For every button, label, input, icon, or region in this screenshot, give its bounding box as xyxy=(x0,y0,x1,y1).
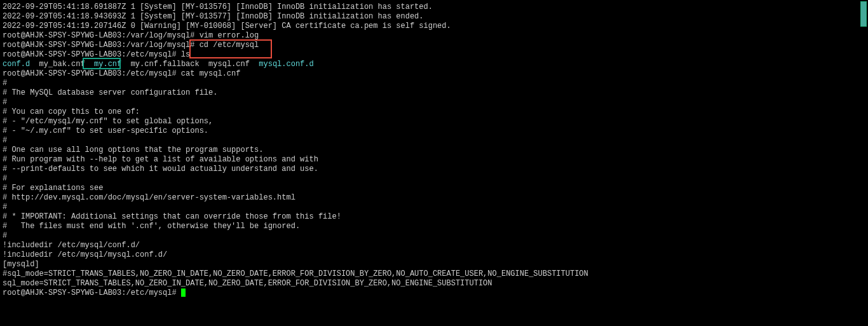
terminal-line: conf.d my_bak.cnf my.cnf my.cnf.fallback… xyxy=(3,60,865,69)
terminal-line: 2022-09-29T05:41:18.943693Z 1 [System] [… xyxy=(3,12,865,22)
terminal-output[interactable]: 2022-09-29T05:41:18.691887Z 1 [System] [… xyxy=(3,3,865,298)
terminal-line: # * IMPORTANT: Additional settings that … xyxy=(3,212,865,222)
terminal-line: !includedir /etc/mysql/mysql.conf.d/ xyxy=(3,250,865,260)
terminal-line: # The files must end with '.cnf', otherw… xyxy=(3,222,865,231)
terminal-line: # http://dev.mysql.com/doc/mysql/en/serv… xyxy=(3,193,865,203)
terminal-line: # Run program with --help to get a list … xyxy=(3,155,865,165)
terminal-line: # One can use all long options that the … xyxy=(3,146,865,155)
terminal-line: # xyxy=(3,203,865,212)
scrollbar-thumb[interactable] xyxy=(860,1,867,27)
terminal-line: 2022-09-29T05:41:19.207146Z 0 [Warning] … xyxy=(3,22,865,31)
directory-name: conf.d xyxy=(3,60,30,69)
terminal-line: # The MySQL database server configuratio… xyxy=(3,88,865,98)
terminal-line: root@AHJK-SPSY-SPYWG-LAB03:/var/log/mysq… xyxy=(3,31,865,41)
terminal-line: # You can copy this to one of: xyxy=(3,107,865,117)
terminal-line: 2022-09-29T05:41:18.691887Z 1 [System] [… xyxy=(3,3,865,12)
terminal-line: root@AHJK-SPSY-SPYWG-LAB03:/etc/mysql# c… xyxy=(3,69,865,79)
terminal-line: # xyxy=(3,98,865,107)
file-name: my_bak.cnf xyxy=(30,60,94,69)
terminal-line: [mysqld] xyxy=(3,260,865,269)
terminal-line: # - "/etc/mysql/my.cnf" to set global op… xyxy=(3,117,865,126)
cursor xyxy=(181,289,186,297)
terminal-line: root@AHJK-SPSY-SPYWG-LAB03:/etc/mysql# l… xyxy=(3,50,865,60)
terminal-line: # xyxy=(3,79,865,88)
terminal-line: root@AHJK-SPSY-SPYWG-LAB03:/etc/mysql# xyxy=(3,289,865,298)
directory-name: my.cnf xyxy=(94,60,121,69)
directory-name: mysql.conf.d xyxy=(259,60,313,69)
terminal-line: # xyxy=(3,174,865,184)
terminal-line: #sql_mode=STRICT_TRANS_TABLES,NO_ZERO_IN… xyxy=(3,269,865,279)
terminal-line: # xyxy=(3,136,865,146)
terminal-line: root@AHJK-SPSY-SPYWG-LAB03:/var/log/mysq… xyxy=(3,41,865,50)
terminal-line: !includedir /etc/mysql/conf.d/ xyxy=(3,241,865,250)
terminal-line: # --print-defaults to see which it would… xyxy=(3,165,865,174)
terminal-line: # - "~/.my.cnf" to set user-specific opt… xyxy=(3,126,865,136)
terminal-line: # xyxy=(3,231,865,241)
terminal-line: # For explanations see xyxy=(3,184,865,193)
terminal-line: sql_mode=STRICT_TRANS_TABLES,NO_ZERO_IN_… xyxy=(3,279,865,289)
file-name: my.cnf.fallback mysql.cnf xyxy=(121,60,259,69)
